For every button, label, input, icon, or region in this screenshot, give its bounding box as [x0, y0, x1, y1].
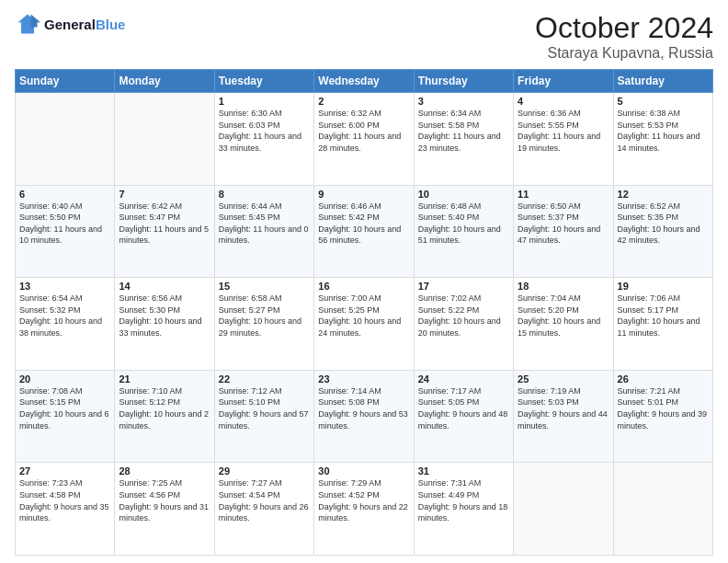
table-row: 27 Sunrise: 7:23 AMSunset: 4:58 PMDaylig… [16, 463, 115, 556]
day-detail: Sunrise: 6:50 AMSunset: 5:37 PMDaylight:… [518, 201, 609, 247]
day-number: 27 [19, 465, 110, 477]
day-detail: Sunrise: 7:17 AMSunset: 5:05 PMDaylight:… [418, 385, 509, 431]
day-number: 8 [219, 189, 310, 200]
table-row: 25 Sunrise: 7:19 AMSunset: 5:03 PMDaylig… [514, 370, 613, 463]
day-number: 22 [219, 373, 310, 385]
day-detail: Sunrise: 7:10 AMSunset: 5:12 PMDaylight:… [119, 385, 210, 431]
day-number: 15 [219, 281, 310, 292]
logo-text: GeneralBlue [44, 17, 125, 32]
day-number: 5 [618, 96, 709, 107]
day-number: 18 [518, 281, 609, 292]
day-number: 3 [418, 96, 509, 107]
table-row: 17 Sunrise: 7:02 AMSunset: 5:22 PMDaylig… [414, 278, 513, 371]
header: GeneralBlue October 2024 Staraya Kupavna… [15, 11, 713, 62]
table-row: 3 Sunrise: 6:34 AMSunset: 5:58 PMDayligh… [414, 93, 513, 186]
day-number: 2 [318, 96, 409, 107]
logo-icon [15, 11, 40, 37]
day-number: 14 [119, 281, 210, 292]
day-detail: Sunrise: 6:36 AMSunset: 5:55 PMDaylight:… [518, 108, 609, 154]
day-detail: Sunrise: 6:52 AMSunset: 5:35 PMDaylight:… [618, 201, 709, 247]
table-row: 10 Sunrise: 6:48 AMSunset: 5:40 PMDaylig… [414, 185, 513, 278]
day-number: 9 [318, 189, 409, 200]
day-number: 7 [119, 189, 210, 200]
day-number: 25 [518, 373, 609, 385]
day-number: 12 [618, 189, 709, 200]
day-number: 23 [318, 373, 409, 385]
table-row: 11 Sunrise: 6:50 AMSunset: 5:37 PMDaylig… [514, 185, 613, 278]
table-row: 13 Sunrise: 6:54 AMSunset: 5:32 PMDaylig… [16, 278, 115, 371]
table-row: 12 Sunrise: 6:52 AMSunset: 5:35 PMDaylig… [613, 185, 712, 278]
calendar-week-row: 20 Sunrise: 7:08 AMSunset: 5:15 PMDaylig… [16, 370, 713, 463]
table-row: 28 Sunrise: 7:25 AMSunset: 4:56 PMDaylig… [115, 463, 214, 556]
day-detail: Sunrise: 6:44 AMSunset: 5:45 PMDaylight:… [219, 201, 310, 247]
day-number: 28 [119, 465, 210, 477]
month-title: October 2024 [535, 11, 713, 45]
location-title: Staraya Kupavna, Russia [535, 45, 713, 62]
table-row: 4 Sunrise: 6:36 AMSunset: 5:55 PMDayligh… [514, 93, 613, 186]
day-detail: Sunrise: 7:14 AMSunset: 5:08 PMDaylight:… [318, 385, 409, 431]
day-number: 24 [418, 373, 509, 385]
day-number: 21 [119, 373, 210, 385]
day-detail: Sunrise: 7:08 AMSunset: 5:15 PMDaylight:… [19, 385, 110, 431]
table-row: 30 Sunrise: 7:29 AMSunset: 4:52 PMDaylig… [314, 463, 414, 556]
calendar-header-row: Sunday Monday Tuesday Wednesday Thursday… [16, 70, 713, 93]
day-number: 31 [418, 465, 509, 477]
day-detail: Sunrise: 7:19 AMSunset: 5:03 PMDaylight:… [518, 385, 609, 431]
day-number: 13 [19, 281, 110, 292]
table-row [115, 93, 214, 186]
table-row [16, 93, 115, 186]
day-number: 20 [19, 373, 110, 385]
table-row: 29 Sunrise: 7:27 AMSunset: 4:54 PMDaylig… [214, 463, 313, 556]
table-row: 2 Sunrise: 6:32 AMSunset: 6:00 PMDayligh… [314, 93, 414, 186]
col-saturday: Saturday [613, 70, 712, 93]
day-detail: Sunrise: 6:48 AMSunset: 5:40 PMDaylight:… [418, 201, 509, 247]
day-number: 19 [618, 281, 709, 292]
day-detail: Sunrise: 6:30 AMSunset: 6:03 PMDaylight:… [219, 108, 310, 154]
day-detail: Sunrise: 6:56 AMSunset: 5:30 PMDaylight:… [119, 293, 210, 339]
day-number: 16 [318, 281, 409, 292]
page: GeneralBlue October 2024 Staraya Kupavna… [0, 0, 728, 563]
calendar-week-row: 13 Sunrise: 6:54 AMSunset: 5:32 PMDaylig… [16, 278, 713, 371]
day-detail: Sunrise: 7:00 AMSunset: 5:25 PMDaylight:… [318, 293, 409, 339]
day-detail: Sunrise: 7:27 AMSunset: 4:54 PMDaylight:… [219, 477, 310, 523]
calendar-week-row: 1 Sunrise: 6:30 AMSunset: 6:03 PMDayligh… [16, 93, 713, 186]
table-row: 8 Sunrise: 6:44 AMSunset: 5:45 PMDayligh… [214, 185, 313, 278]
day-detail: Sunrise: 6:32 AMSunset: 6:00 PMDaylight:… [318, 108, 409, 154]
calendar-table: Sunday Monday Tuesday Wednesday Thursday… [15, 69, 713, 556]
day-detail: Sunrise: 7:02 AMSunset: 5:22 PMDaylight:… [418, 293, 509, 339]
day-detail: Sunrise: 7:25 AMSunset: 4:56 PMDaylight:… [119, 477, 210, 523]
day-detail: Sunrise: 6:54 AMSunset: 5:32 PMDaylight:… [19, 293, 110, 339]
col-wednesday: Wednesday [314, 70, 414, 93]
title-block: October 2024 Staraya Kupavna, Russia [535, 11, 713, 62]
day-detail: Sunrise: 7:12 AMSunset: 5:10 PMDaylight:… [219, 385, 310, 431]
day-number: 26 [618, 373, 709, 385]
day-detail: Sunrise: 6:40 AMSunset: 5:50 PMDaylight:… [19, 201, 110, 247]
calendar-week-row: 6 Sunrise: 6:40 AMSunset: 5:50 PMDayligh… [16, 185, 713, 278]
table-row: 18 Sunrise: 7:04 AMSunset: 5:20 PMDaylig… [514, 278, 613, 371]
day-detail: Sunrise: 6:34 AMSunset: 5:58 PMDaylight:… [418, 108, 509, 154]
table-row: 23 Sunrise: 7:14 AMSunset: 5:08 PMDaylig… [314, 370, 414, 463]
table-row: 7 Sunrise: 6:42 AMSunset: 5:47 PMDayligh… [115, 185, 214, 278]
table-row: 19 Sunrise: 7:06 AMSunset: 5:17 PMDaylig… [613, 278, 712, 371]
day-number: 6 [19, 189, 110, 200]
svg-marker-1 [31, 15, 41, 28]
col-monday: Monday [115, 70, 214, 93]
day-number: 30 [318, 465, 409, 477]
table-row: 22 Sunrise: 7:12 AMSunset: 5:10 PMDaylig… [214, 370, 313, 463]
table-row: 1 Sunrise: 6:30 AMSunset: 6:03 PMDayligh… [214, 93, 313, 186]
table-row: 20 Sunrise: 7:08 AMSunset: 5:15 PMDaylig… [16, 370, 115, 463]
col-sunday: Sunday [16, 70, 115, 93]
table-row: 31 Sunrise: 7:31 AMSunset: 4:49 PMDaylig… [414, 463, 513, 556]
table-row: 5 Sunrise: 6:38 AMSunset: 5:53 PMDayligh… [613, 93, 712, 186]
day-number: 1 [219, 96, 310, 107]
table-row: 9 Sunrise: 6:46 AMSunset: 5:42 PMDayligh… [314, 185, 414, 278]
col-tuesday: Tuesday [214, 70, 313, 93]
day-detail: Sunrise: 6:42 AMSunset: 5:47 PMDaylight:… [119, 201, 210, 247]
logo: GeneralBlue [15, 11, 125, 37]
day-detail: Sunrise: 7:06 AMSunset: 5:17 PMDaylight:… [618, 293, 709, 339]
table-row: 14 Sunrise: 6:56 AMSunset: 5:30 PMDaylig… [115, 278, 214, 371]
table-row: 16 Sunrise: 7:00 AMSunset: 5:25 PMDaylig… [314, 278, 414, 371]
day-detail: Sunrise: 7:21 AMSunset: 5:01 PMDaylight:… [618, 385, 709, 431]
table-row [613, 463, 712, 556]
day-detail: Sunrise: 7:29 AMSunset: 4:52 PMDaylight:… [318, 477, 409, 523]
